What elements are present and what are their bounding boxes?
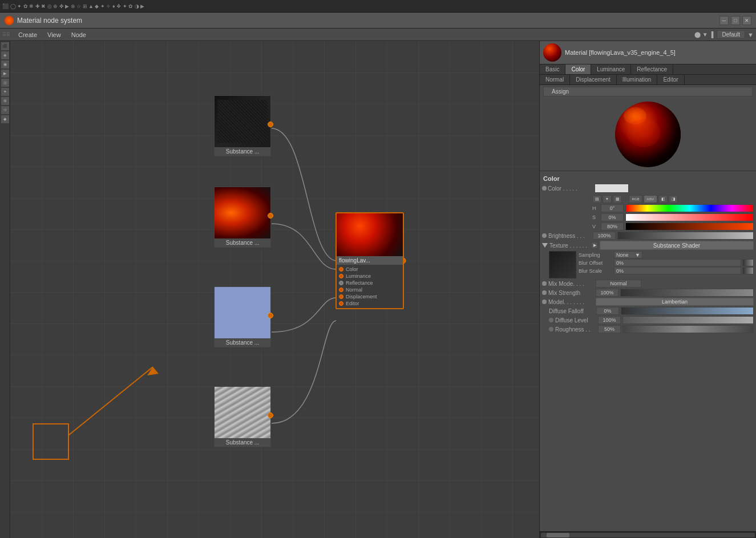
sat-slider[interactable] (625, 213, 754, 221)
tab-displacement[interactable]: Displacement (570, 75, 617, 84)
texture-row: Texture . . . . . . ▶ Substance Shader (542, 241, 754, 250)
blur-offset-slider[interactable] (742, 259, 754, 266)
node-label-4: Substance ... (215, 438, 270, 447)
tab-illumination[interactable]: Illumination (617, 75, 658, 84)
substance-node-3[interactable]: Substance ... (214, 286, 271, 347)
title-bar: Material node system ─ □ ✕ (0, 13, 756, 29)
node-output-2[interactable] (268, 213, 273, 219)
roughness-slider[interactable] (622, 325, 754, 333)
tab-basic[interactable]: Basic (540, 64, 565, 74)
texture-shader-name[interactable]: Substance Shader (600, 241, 754, 250)
main-node-title: flowingLav... (337, 256, 403, 265)
color-tool-rgb[interactable]: RGB (629, 195, 642, 203)
node-output-4[interactable] (268, 412, 273, 418)
node-canvas[interactable]: Substance ... Substance ... Substance ..… (10, 41, 539, 538)
scroll-thumb[interactable] (547, 533, 569, 537)
val-slider[interactable] (625, 223, 754, 230)
texture-settings: Sampling None ▼ Blur Offset 0% (542, 251, 754, 278)
sat-row: S 0% (542, 213, 754, 221)
mix-strength-dot (542, 290, 547, 295)
diffuse-level-value[interactable]: 100% (598, 316, 621, 324)
substance-node-2[interactable]: Substance ... (214, 187, 271, 248)
diffuse-level-label: Diffuse Level (555, 317, 596, 323)
color-tool-copy[interactable]: ◧ (658, 195, 668, 203)
preset-dropdown[interactable]: Default (717, 30, 745, 39)
node-thumb-1 (215, 96, 270, 147)
brightness-value[interactable]: 100% (593, 232, 616, 240)
node-output-3[interactable] (268, 313, 273, 318)
roughness-row: Roughness . . 50% (542, 325, 754, 333)
menu-view[interactable]: View (43, 30, 66, 39)
menu-node[interactable]: Node (67, 30, 91, 39)
color-tool-circle[interactable]: ✦ (603, 195, 612, 203)
main-material-node[interactable]: flowingLav... Color Luminance Reflectanc… (335, 212, 404, 309)
port-dot-normal (339, 288, 343, 292)
connector-lines (10, 41, 539, 538)
node-label-3: Substance ... (215, 338, 270, 347)
color-tool-paste[interactable]: ◨ (669, 195, 678, 203)
mix-mode-value[interactable]: Normal (596, 280, 641, 288)
port-label-color: Color (346, 266, 358, 272)
sidebar-icon-1[interactable]: ⬛ (1, 42, 9, 50)
minimize-button[interactable]: ─ (719, 16, 729, 25)
model-dot (542, 300, 547, 304)
roughness-value[interactable]: 50% (598, 325, 621, 333)
tab-normal[interactable]: Normal (540, 75, 570, 84)
roughness-dot (549, 327, 553, 331)
sidebar-icon-2[interactable]: ◈ (1, 51, 9, 59)
sidebar-icon-8[interactable]: ☩ (1, 106, 9, 114)
hue-slider[interactable] (625, 204, 754, 212)
diffuse-falloff-label: Diffuse Falloff (549, 308, 595, 314)
sat-value[interactable]: 0% (601, 213, 624, 221)
sidebar-icon-7[interactable]: ⊕ (1, 97, 9, 105)
sampling-dropdown[interactable]: None ▼ (614, 251, 642, 258)
sidebar-icon-9[interactable]: ◆ (1, 115, 9, 123)
model-value[interactable]: Lambertian (596, 298, 754, 306)
color-swatch[interactable] (595, 184, 629, 193)
mix-strength-value[interactable]: 100% (596, 289, 618, 297)
blur-scale-value[interactable]: 0% (614, 267, 741, 274)
sidebar-icon-5[interactable]: ◎ (1, 79, 9, 87)
menu-create[interactable]: Create (14, 30, 42, 39)
brightness-slider[interactable] (617, 232, 754, 240)
substance-node-1[interactable]: Substance ... (214, 95, 271, 156)
scroll-track[interactable] (541, 533, 755, 537)
substance-node-4[interactable]: Substance ... (214, 386, 271, 447)
sidebar-icon-6[interactable]: ✦ (1, 88, 9, 96)
mix-mode-dot (542, 281, 547, 286)
diffuse-level-row: Diffuse Level 100% (542, 316, 754, 324)
mix-strength-slider[interactable] (620, 289, 754, 297)
right-panel-scrollbar[interactable] (540, 531, 756, 538)
sampling-arrow: ▼ (635, 252, 640, 258)
blur-offset-value[interactable]: 0% (614, 259, 741, 266)
port-reflectance: Reflectance (337, 280, 403, 286)
assign-button[interactable]: Assign (543, 87, 753, 96)
port-normal: Normal (337, 286, 403, 293)
diffuse-falloff-slider[interactable] (621, 307, 754, 315)
node-output-1[interactable] (268, 122, 273, 127)
preset-arrow[interactable]: ▼ (747, 31, 754, 38)
sidebar-icon-4[interactable]: ▶ (1, 70, 9, 78)
val-value[interactable]: 80% (601, 223, 624, 230)
diffuse-falloff-value[interactable]: 0% (596, 307, 619, 315)
color-tool-spectrum[interactable]: ▦ (613, 195, 622, 203)
tab-editor[interactable]: Editor (657, 75, 684, 84)
maximize-button[interactable]: □ (731, 16, 740, 25)
diffuse-level-slider[interactable] (622, 316, 754, 324)
close-button[interactable]: ✕ (742, 16, 751, 25)
port-dot-luminance (339, 274, 343, 278)
blur-scale-slider[interactable] (742, 267, 754, 274)
tab-reflectance[interactable]: Reflectance (631, 64, 673, 74)
color-tool-hsv[interactable]: HSV (644, 195, 657, 203)
tab-luminance[interactable]: Luminance (591, 64, 631, 74)
hue-value[interactable]: 0° (601, 204, 624, 212)
sidebar-icon-3[interactable]: ◉ (1, 60, 9, 68)
color-tool-gradient[interactable]: ▤ (592, 195, 601, 203)
texture-play-button[interactable]: ▶ (591, 242, 598, 249)
menu-bar: ⠿⠿ Create View Node ⬤ ▼ ▐ Default ▼ (0, 29, 756, 41)
texture-expand-icon[interactable] (542, 243, 548, 248)
preview-sphere (615, 102, 681, 167)
tab-color[interactable]: Color (565, 64, 591, 74)
node-label-1: Substance ... (215, 147, 270, 156)
brightness-dot (542, 233, 547, 238)
